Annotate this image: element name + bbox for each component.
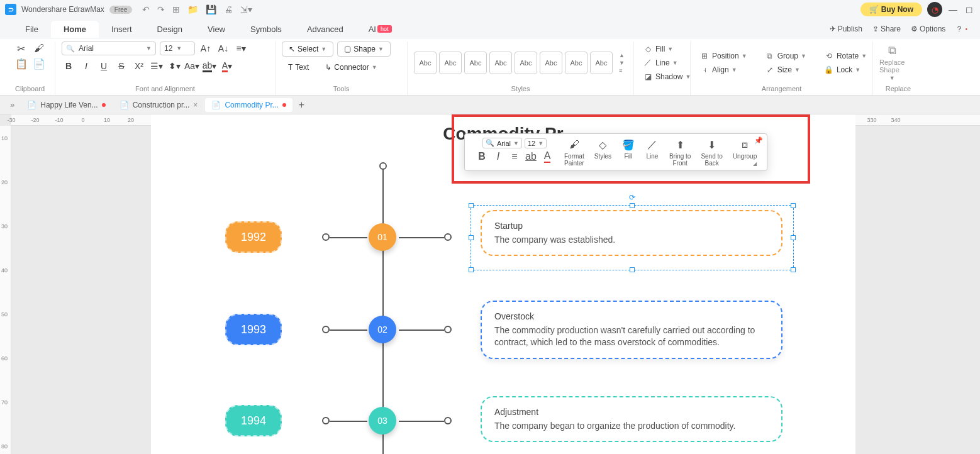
publish-button[interactable]: ✈ Publish [830,25,862,33]
strikethrough-icon[interactable]: S [114,59,128,73]
copy-icon[interactable]: 📋 [14,57,28,70]
paste-icon[interactable]: 📄 [32,57,46,70]
float-bold-icon[interactable]: B [475,150,489,163]
style-preset[interactable]: Abc [515,52,537,74]
cut-icon[interactable]: ✂ [14,42,28,55]
redo-icon[interactable]: ↷ [157,4,165,14]
font-size-select[interactable]: 12▼ [160,42,195,55]
line-spacing-icon[interactable]: ⬍▾ [167,59,181,73]
menu-advanced[interactable]: Advanced [294,21,356,38]
pin-icon[interactable]: 📌 [754,136,763,145]
text-tool[interactable]: T Text [282,60,315,74]
style-preset[interactable]: Abc [489,52,512,74]
close-icon[interactable]: × [193,101,198,109]
desc-box-2[interactable]: Overstock The commodity production wasn'… [481,301,782,359]
style-gallery[interactable]: Abc Abc Abc Abc Abc Abc Abc Abc [414,52,613,74]
float-font-select[interactable]: 🔍Arial▼ [482,138,522,148]
line-button[interactable]: ／Line▼ [640,57,693,69]
maximize-button[interactable]: ◻ [964,4,975,15]
step-circle-1[interactable]: 01 [369,223,396,251]
replace-shape-button[interactable]: ⧉ Replace Shape▼ [879,44,905,81]
share-button[interactable]: ⇪ Share [872,25,901,33]
export-icon[interactable]: ⇲▾ [240,4,252,14]
size-button[interactable]: ⤢Size▼ [762,64,809,75]
resize-handle[interactable] [469,235,474,240]
menu-symbols[interactable]: Symbols [238,21,294,38]
decrease-font-icon[interactable]: A↓ [216,42,230,55]
desc-box-1[interactable]: Startup The company was established. [481,210,782,256]
bullet-list-icon[interactable]: ☰▾ [150,59,164,73]
gallery-up-icon[interactable]: ▲ [619,52,625,58]
font-color-icon[interactable]: A▾ [220,59,234,73]
shadow-button[interactable]: ◪Shadow▼ [640,71,693,82]
highlight-icon[interactable]: ab▾ [203,59,216,73]
undo-icon[interactable]: ↶ [142,4,150,14]
group-button[interactable]: ⧉Group▼ [762,50,809,62]
float-fill[interactable]: 🪣Fill [618,138,639,160]
year-pill-1[interactable]: 1992 [225,221,282,253]
style-preset[interactable]: Abc [540,52,562,74]
print-icon[interactable]: 🖨 [224,4,233,14]
case-icon[interactable]: Aa▾ [185,59,199,73]
minimize-button[interactable]: — [947,4,959,15]
bold-icon[interactable]: B [62,59,75,73]
connector-tool[interactable]: ↳ Connector ▼ [319,60,383,74]
style-preset[interactable]: Abc [464,52,487,74]
doc-tab-1[interactable]: 📄Happy Life Ven... [21,98,111,112]
help-icon[interactable]: ？● [955,24,967,35]
align-dropdown-icon[interactable]: ≡▾ [234,42,248,55]
float-format-painter[interactable]: 🖌Format Painter [560,138,588,167]
gallery-down-icon[interactable]: ▼ [619,60,625,66]
save-icon[interactable]: 💾 [206,4,216,14]
float-highlight-icon[interactable]: ab [524,150,538,163]
page[interactable]: Commodity Pr 1992 01 Startup The company… [151,114,855,454]
year-pill-2[interactable]: 1993 [225,314,282,345]
buy-now-button[interactable]: Buy Now [860,3,922,16]
open-icon[interactable]: 📁 [187,4,198,14]
resize-handle[interactable] [630,203,635,208]
step-circle-3[interactable]: 03 [369,407,396,435]
shape-tool[interactable]: ▢ Shape ▼ [337,42,391,57]
rotate-button[interactable]: ⟲Rotate▼ [821,50,869,62]
format-painter-icon[interactable]: 🖌 [32,42,46,55]
resize-handle[interactable] [469,203,474,208]
float-font-color-icon[interactable]: A [540,150,554,163]
menu-insert[interactable]: Insert [99,21,145,38]
resize-handle[interactable] [630,267,635,272]
doc-tab-3[interactable]: 📄Commodity Pr... [205,98,292,112]
lock-button[interactable]: 🔒Lock▼ [821,64,869,75]
step-circle-2[interactable]: 02 [369,316,396,343]
style-preset[interactable]: Abc [565,52,587,74]
resize-handle[interactable] [469,267,474,272]
gallery-more-icon[interactable]: ≡ [619,67,625,74]
rotate-handle-icon[interactable]: ⟳ [629,193,635,202]
style-preset[interactable]: Abc [590,52,613,74]
new-tab-button[interactable]: + [294,97,309,113]
font-name-select[interactable]: Arial▼ [62,42,156,55]
float-size-select[interactable]: 12▼ [525,138,547,148]
menu-design[interactable]: Design [145,21,195,38]
options-button[interactable]: ⚙ Options [911,25,945,33]
resize-handle[interactable] [791,267,796,272]
superscript-icon[interactable]: X² [132,59,146,73]
user-avatar-icon[interactable]: ◔ [927,2,942,17]
position-button[interactable]: ⊞Position▼ [697,50,750,62]
new-icon[interactable]: ⊞ [172,4,180,14]
float-align-icon[interactable]: ≡ [508,150,521,163]
style-preset[interactable]: Abc [414,52,437,74]
italic-icon[interactable]: I [79,59,93,73]
tabs-overflow-icon[interactable]: » [5,97,19,112]
float-send-back[interactable]: ⬇Send to Back [697,138,726,167]
float-bring-front[interactable]: ⬆Bring to Front [665,138,694,167]
menu-home[interactable]: Home [51,21,99,38]
float-styles[interactable]: ◇Styles [591,138,615,160]
underline-icon[interactable]: U [97,59,111,73]
menu-view[interactable]: View [195,21,238,38]
increase-font-icon[interactable]: A↑ [199,42,213,55]
float-line[interactable]: ／Line [642,138,663,160]
style-preset[interactable]: Abc [439,52,462,74]
menu-file[interactable]: File [13,21,51,38]
select-tool[interactable]: ↖ Select ▼ [282,42,333,57]
resize-handle[interactable] [791,235,796,240]
doc-tab-2[interactable]: 📄Construction pr...× [113,98,204,112]
